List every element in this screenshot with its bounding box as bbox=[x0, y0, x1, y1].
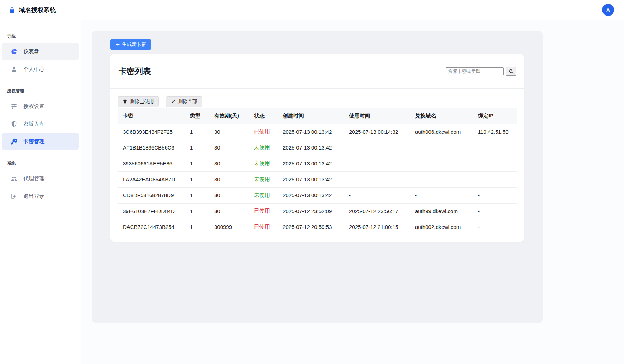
cell-key: AF1B1B1836CB56C3 bbox=[118, 140, 185, 156]
cell-ip: - bbox=[473, 203, 517, 219]
cell-used_at: - bbox=[344, 171, 410, 187]
cell-validity: 300999 bbox=[209, 219, 249, 235]
sidebar-item-label: 盗版入库 bbox=[23, 121, 44, 127]
sidebar-item-label: 卡密管理 bbox=[23, 138, 44, 145]
cell-ip: 110.42.51.50 bbox=[473, 124, 517, 140]
sidebar: 导航 仪表盘 个人中心 授权管理 授权设置 盗版入库 bbox=[0, 20, 81, 364]
card-key-table: 卡密类型有效期(天)状态创建时间使用时间兑换域名绑定IP 3C6B393E434… bbox=[118, 108, 517, 235]
cell-key: CD8DF581682878D9 bbox=[118, 187, 185, 203]
cell-validity: 30 bbox=[209, 156, 249, 171]
delete-all-button[interactable]: 删除全部 bbox=[166, 96, 202, 107]
lock-icon bbox=[8, 6, 16, 13]
cell-created: 2025-07-12 23:52:09 bbox=[277, 203, 344, 219]
table-row: DACB72C14473B2541300999已使用2025-07-12 20:… bbox=[118, 219, 517, 235]
cell-domain: auth006.dkewl.com bbox=[410, 124, 473, 140]
sidebar-item-logout[interactable]: 退出登录 bbox=[2, 188, 79, 205]
trash-icon bbox=[122, 99, 127, 104]
cell-created: 2025-07-13 00:13:42 bbox=[277, 171, 344, 187]
cell-domain: - bbox=[410, 171, 473, 187]
card-title: 卡密列表 bbox=[119, 66, 151, 77]
pie-chart-icon bbox=[11, 48, 17, 55]
table-actions: 删除已使用 删除全部 bbox=[118, 96, 517, 107]
sidebar-item-piracy-db[interactable]: 盗版入库 bbox=[2, 115, 79, 132]
cell-status: 未使用 bbox=[249, 187, 277, 203]
sidebar-item-auth-settings[interactable]: 授权设置 bbox=[2, 98, 79, 115]
table-row: 39E6103E7FEDD84D130已使用2025-07-12 23:52:0… bbox=[118, 203, 517, 219]
cell-domain: - bbox=[410, 187, 473, 203]
sidebar-item-label: 授权设置 bbox=[23, 103, 44, 110]
search-icon bbox=[509, 69, 514, 74]
cell-ip: - bbox=[473, 219, 517, 235]
delete-used-button[interactable]: 删除已使用 bbox=[118, 96, 159, 107]
cell-key: 39E6103E7FEDD84D bbox=[118, 203, 185, 219]
table-head-row: 卡密类型有效期(天)状态创建时间使用时间兑换域名绑定IP bbox=[118, 108, 517, 124]
cell-created: 2025-07-13 00:13:42 bbox=[277, 140, 344, 156]
users-icon bbox=[11, 175, 17, 182]
cell-validity: 30 bbox=[209, 187, 249, 203]
delete-all-label: 删除全部 bbox=[178, 98, 197, 105]
cell-type: 1 bbox=[185, 171, 209, 187]
column-header: 创建时间 bbox=[277, 108, 344, 124]
search-button[interactable] bbox=[506, 67, 516, 76]
sidebar-item-label: 仪表盘 bbox=[23, 48, 39, 55]
column-header: 类型 bbox=[185, 108, 209, 124]
table-row: CD8DF581682878D9130未使用2025-07-13 00:13:4… bbox=[118, 187, 517, 203]
cell-validity: 30 bbox=[209, 171, 249, 187]
cell-used_at: - bbox=[344, 140, 410, 156]
cell-used_at: 2025-07-12 21:00:15 bbox=[344, 219, 410, 235]
cell-created: 2025-07-13 00:13:42 bbox=[277, 156, 344, 171]
cell-status: 已使用 bbox=[249, 219, 277, 235]
cell-key: FA2A42EAD864AB7D bbox=[118, 171, 185, 187]
cell-domain: - bbox=[410, 156, 473, 171]
main-panel: 生成新卡密 卡密列表 bbox=[92, 31, 543, 323]
cell-type: 1 bbox=[185, 203, 209, 219]
brush-icon bbox=[171, 99, 176, 104]
column-header: 兑换域名 bbox=[410, 108, 473, 124]
cell-key: 393560661AEE5E86 bbox=[118, 156, 185, 171]
sidebar-item-label: 退出登录 bbox=[23, 193, 44, 200]
column-header: 有效期(天) bbox=[209, 108, 249, 124]
cell-ip: - bbox=[473, 140, 517, 156]
brand: 域名授权系统 bbox=[8, 6, 56, 14]
delete-used-label: 删除已使用 bbox=[130, 98, 154, 105]
cell-status: 未使用 bbox=[249, 140, 277, 156]
cell-domain: auth99.dkewl.com bbox=[410, 203, 473, 219]
cell-status: 已使用 bbox=[249, 203, 277, 219]
nav-section-label: 导航 bbox=[0, 34, 81, 40]
avatar[interactable]: A bbox=[602, 4, 614, 16]
search-input[interactable] bbox=[446, 67, 504, 75]
sidebar-item-agents[interactable]: 代理管理 bbox=[2, 170, 79, 187]
cell-validity: 30 bbox=[209, 124, 249, 140]
cell-ip: - bbox=[473, 187, 517, 203]
app-header: 域名授权系统 A bbox=[0, 0, 624, 20]
sidebar-item-profile[interactable]: 个人中心 bbox=[2, 61, 79, 78]
cell-domain: auth002.dkewl.com bbox=[410, 219, 473, 235]
cell-type: 1 bbox=[185, 187, 209, 203]
cell-ip: - bbox=[473, 171, 517, 187]
cell-type: 1 bbox=[185, 140, 209, 156]
sidebar-item-dashboard[interactable]: 仪表盘 bbox=[2, 43, 79, 60]
cell-status: 已使用 bbox=[249, 124, 277, 140]
generate-key-button[interactable]: 生成新卡密 bbox=[110, 39, 151, 50]
cell-validity: 30 bbox=[209, 140, 249, 156]
table-row: 393560661AEE5E86130未使用2025-07-13 00:13:4… bbox=[118, 156, 517, 171]
column-header: 使用时间 bbox=[344, 108, 410, 124]
cell-key: DACB72C14473B254 bbox=[118, 219, 185, 235]
sidebar-item-label: 代理管理 bbox=[23, 175, 44, 182]
search-area bbox=[446, 67, 516, 76]
cell-validity: 30 bbox=[209, 203, 249, 219]
cell-used_at: 2025-07-12 23:56:17 bbox=[344, 203, 410, 219]
user-icon bbox=[11, 66, 17, 73]
card-header: 卡密列表 bbox=[110, 54, 524, 89]
nav-section-label: 授权管理 bbox=[0, 88, 81, 94]
cell-used_at: - bbox=[344, 156, 410, 171]
cell-type: 1 bbox=[185, 124, 209, 140]
sidebar-item-label: 个人中心 bbox=[23, 66, 44, 73]
key-icon bbox=[11, 138, 17, 145]
card-body: 删除已使用 删除全部 卡密类型有效期(天)状态创建时间使用时间兑换域名绑定IP bbox=[110, 89, 524, 242]
cell-status: 未使用 bbox=[249, 156, 277, 171]
cell-type: 1 bbox=[185, 156, 209, 171]
cell-created: 2025-07-13 00:13:42 bbox=[277, 124, 344, 140]
sidebar-item-card-keys[interactable]: 卡密管理 bbox=[2, 133, 79, 150]
nav-section-label: 系统 bbox=[0, 160, 81, 166]
